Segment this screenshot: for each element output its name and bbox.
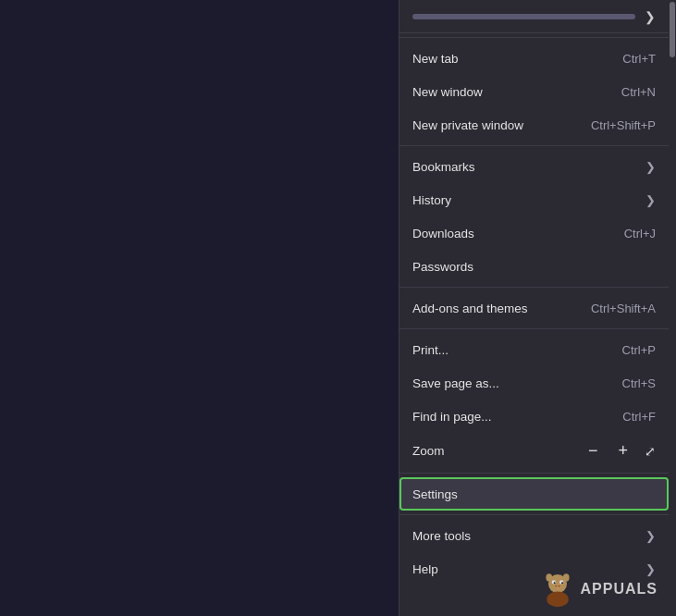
menu-item-more-tools[interactable]: More tools ❯ [399,519,669,552]
new-window-label: New window [412,85,483,99]
svg-point-8 [558,585,559,586]
find-in-page-label: Find in page... [412,410,492,424]
watermark-label: APPUALS [581,581,658,598]
downloads-label: Downloads [412,227,474,240]
menu-item-save-page[interactable]: Save page as... Ctrl+S [399,366,669,400]
history-label: History [412,193,451,207]
appuals-logo-icon [538,570,577,609]
scrollbar-thumb[interactable] [670,2,675,57]
bookmarks-arrow: ❯ [645,160,656,174]
bookmarks-label: Bookmarks [412,160,475,174]
print-shortcut: Ctrl+P [622,343,656,357]
more-tools-label: More tools [412,529,471,543]
new-private-window-label: New private window [412,118,523,132]
menu-item-history[interactable]: History ❯ [399,183,669,216]
help-label: Help [412,562,438,576]
menu-item-addons[interactable]: Add-ons and themes Ctrl+Shift+A [399,291,669,325]
new-private-window-shortcut: Ctrl+Shift+P [591,118,656,132]
menu-header[interactable]: ❯ [399,0,669,33]
settings-label: Settings [412,487,458,501]
menu-item-find-in-page[interactable]: Find in page... Ctrl+F [399,400,669,433]
watermark: APPUALS [538,570,658,609]
new-tab-shortcut: Ctrl+T [622,52,656,66]
zoom-label: Zoom [412,444,445,458]
zoom-expand-button[interactable]: ⤢ [645,444,656,459]
divider-4 [399,473,669,474]
svg-point-1 [547,592,569,608]
divider-5 [399,514,669,515]
menu-item-settings[interactable]: Settings [399,477,669,511]
menu-item-passwords[interactable]: Passwords [399,250,669,283]
zoom-controls: − + ⤢ [584,441,656,461]
svg-point-4 [553,582,555,584]
menu-inner: ❯ New tab Ctrl+T New window Ctrl+N New p… [399,0,676,616]
divider-2 [399,287,669,288]
svg-point-10 [562,573,569,581]
menu-item-new-private-window[interactable]: New private window Ctrl+Shift+P [399,108,669,142]
history-arrow: ❯ [645,193,656,207]
zoom-plus-button[interactable]: + [614,441,632,461]
menu-item-new-window[interactable]: New window Ctrl+N [399,75,669,108]
menu-item-bookmarks[interactable]: Bookmarks ❯ [399,150,669,183]
svg-point-7 [555,585,557,586]
scrollbar-track [669,0,676,616]
divider-3 [399,328,669,329]
new-window-shortcut: Ctrl+N [621,85,656,99]
divider-1 [399,145,669,146]
passwords-label: Passwords [412,260,473,274]
menu-expand-icon: ❯ [645,9,656,24]
svg-point-6 [553,585,560,590]
new-tab-label: New tab [412,52,459,66]
svg-point-5 [561,582,563,584]
menu-url-bar [412,14,635,19]
svg-point-9 [546,573,552,581]
menu-item-zoom: Zoom − + ⤢ [399,433,669,469]
save-page-shortcut: Ctrl+S [622,376,656,390]
zoom-minus-button[interactable]: − [584,441,602,461]
menu-item-downloads[interactable]: Downloads Ctrl+J [399,216,669,250]
addons-shortcut: Ctrl+Shift+A [591,302,656,315]
print-label: Print... [412,343,449,357]
more-tools-arrow: ❯ [645,529,656,543]
menu-item-print[interactable]: Print... Ctrl+P [399,333,669,366]
addons-label: Add-ons and themes [412,302,528,315]
divider-top [399,37,669,38]
save-page-label: Save page as... [412,376,499,390]
browser-menu: ❯ New tab Ctrl+T New window Ctrl+N New p… [399,0,676,616]
find-in-page-shortcut: Ctrl+F [622,410,656,424]
downloads-shortcut: Ctrl+J [624,227,656,240]
menu-item-new-tab[interactable]: New tab Ctrl+T [399,42,669,75]
